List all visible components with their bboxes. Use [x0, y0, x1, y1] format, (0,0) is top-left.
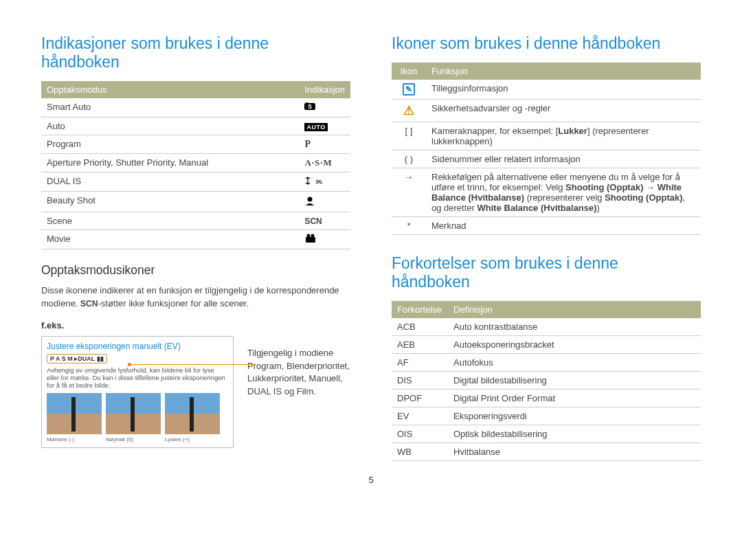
scn-inline: SCN: [80, 299, 98, 309]
mode-icons-desc: Disse ikonene indikerer at en funksjon e…: [41, 284, 350, 311]
table-row: ProgramP: [41, 135, 350, 154]
icon-cell: ( ): [392, 150, 426, 168]
desc-post: -støtter ikke funksjoner for alle scener…: [98, 298, 249, 309]
svg-rect-5: [306, 237, 315, 243]
table-row: →Rekkefølgen på alternativene eller meny…: [392, 168, 701, 217]
function-cell: Sidenummer eller relatert informasjon: [426, 150, 701, 168]
caption-lighter: Lysere (+): [165, 436, 220, 443]
movie-icon: [304, 234, 317, 245]
example-label: f.eks.: [41, 320, 350, 331]
table-row: [ ]Kameraknapper, for eksempel: [Lukker]…: [392, 122, 701, 150]
table-row: DUAL ISDUAL: [41, 172, 350, 192]
definition-cell: Hvitbalanse: [448, 443, 701, 461]
table-row: EVEksponeringsverdi: [392, 407, 701, 425]
function-cell: Tilleggsinformasjon: [426, 80, 701, 100]
svg-point-7: [311, 234, 315, 238]
icon-cell: *: [392, 217, 426, 235]
info-icon: ✎: [403, 83, 415, 96]
function-cell: Sikkerhetsadvarsler og -regler: [426, 100, 701, 122]
indication-cell: [299, 192, 350, 212]
heading-indications: Indikasjoner som brukes i denne håndboke…: [41, 34, 350, 71]
example-side-text: Tilgjengelig i modiene Program, Blenderp…: [247, 336, 350, 448]
table-row: Smart AutoS: [41, 98, 350, 117]
abbr-cell: AF: [392, 354, 448, 372]
auto-badge-icon: AUTO: [304, 123, 327, 131]
table-row: Beauty Shot: [41, 192, 350, 212]
indication-cell: P: [299, 135, 350, 154]
table-row: Movie: [41, 230, 350, 249]
svg-text:DUAL: DUAL: [316, 179, 322, 184]
table-row: OISOptisk bildestabilisering: [392, 425, 701, 443]
thumb-darker: [47, 393, 102, 434]
th-mode: Opptaksmodus: [41, 81, 299, 98]
function-cell: Rekkefølgen på alternativene eller menye…: [426, 168, 701, 217]
heading-icons: Ikoner som brukes i denne håndboken: [392, 34, 701, 53]
icon-cell: ✎: [392, 80, 426, 100]
table-row: Aperture Priority, Shutter Priority, Man…: [41, 154, 350, 172]
th-abbr: Forkortelse: [392, 301, 448, 318]
table-row: AEBAutoeksponeringsbracket: [392, 336, 701, 354]
mode-cell: Scene: [41, 212, 299, 230]
indication-cell: DUAL: [299, 172, 350, 192]
table-row: AFAutofokus: [392, 354, 701, 372]
definition-cell: Autoeksponeringsbracket: [448, 336, 701, 354]
definition-cell: Optisk bildestabilisering: [448, 425, 701, 443]
arrow-icon: →: [405, 172, 414, 182]
function-cell: Kameraknapper, for eksempel: [Lukker] (r…: [426, 122, 701, 150]
callout-line: [131, 364, 255, 365]
subheading-mode-icons: Opptaksmodusikoner: [41, 263, 350, 278]
icon-cell: [ ]: [392, 122, 426, 150]
svg-point-6: [307, 234, 311, 238]
th-icon: Ikon: [392, 63, 426, 80]
caption-darker: Mørkere (-): [47, 436, 102, 443]
th-indication: Indikasjon: [299, 81, 350, 98]
asm-icon: A·S·M: [304, 157, 332, 168]
icons-table: Ikon Funksjon ✎Tilleggsinformasjon⚠Sikke…: [392, 63, 701, 235]
function-cell: Merknad: [426, 217, 701, 235]
example-mode-strip: P A S M ▸DUAL ▮▮: [47, 354, 107, 363]
icon-cell: ⚠: [392, 100, 426, 122]
beauty-shot-icon: [304, 197, 315, 208]
table-row: ACBAuto kontrastbalanse: [392, 318, 701, 336]
table-row: AutoAUTO: [41, 117, 350, 135]
indication-cell: SCN: [299, 212, 350, 230]
abbr-cell: WB: [392, 443, 448, 461]
abbr-cell: EV: [392, 407, 448, 425]
abbr-cell: ACB: [392, 318, 448, 336]
star-icon: *: [407, 221, 410, 231]
abbr-cell: AEB: [392, 336, 448, 354]
thumb-neutral: [106, 393, 161, 434]
smart-auto-icon: S: [304, 102, 319, 113]
mode-cell: Beauty Shot: [41, 192, 299, 212]
abbr-cell: OIS: [392, 425, 448, 443]
abbr-table: Forkortelse Definisjon ACBAuto kontrastb…: [392, 301, 701, 461]
example-body: Avhengig av omgivende lysforhold, kan bi…: [47, 366, 228, 389]
abbr-cell: DIS: [392, 372, 448, 390]
table-row: ⚠Sikkerhetsadvarsler og -regler: [392, 100, 701, 122]
parens-icon: ( ): [405, 154, 413, 164]
definition-cell: Digital Print Order Format: [448, 390, 701, 407]
brackets-icon: [ ]: [405, 126, 413, 136]
mode-cell: Aperture Priority, Shutter Priority, Man…: [41, 154, 299, 172]
table-row: DPOFDigital Print Order Format: [392, 390, 701, 407]
table-row: ✎Tilleggsinformasjon: [392, 80, 701, 100]
mode-cell: Program: [41, 135, 299, 154]
dual-is-icon: DUAL: [304, 176, 322, 188]
indication-cell: AUTO: [299, 117, 350, 135]
mode-cell: Auto: [41, 117, 299, 135]
th-def: Definisjon: [448, 301, 701, 318]
page-number: 5: [41, 475, 701, 485]
icon-cell: →: [392, 168, 426, 217]
svg-point-4: [308, 197, 313, 202]
definition-cell: Auto kontrastbalanse: [448, 318, 701, 336]
abbr-cell: DPOF: [392, 390, 448, 407]
warning-icon: ⚠: [403, 104, 414, 117]
indication-cell: S: [299, 98, 350, 117]
mode-cell: DUAL IS: [41, 172, 299, 192]
table-row: *Merknad: [392, 217, 701, 235]
example-title: Justere eksponeringen manuelt (EV): [47, 341, 228, 351]
mode-cell: Smart Auto: [41, 98, 299, 117]
table-row: SceneSCN: [41, 212, 350, 230]
definition-cell: Autofokus: [448, 354, 701, 372]
table-row: DISDigital bildestabilisering: [392, 372, 701, 390]
